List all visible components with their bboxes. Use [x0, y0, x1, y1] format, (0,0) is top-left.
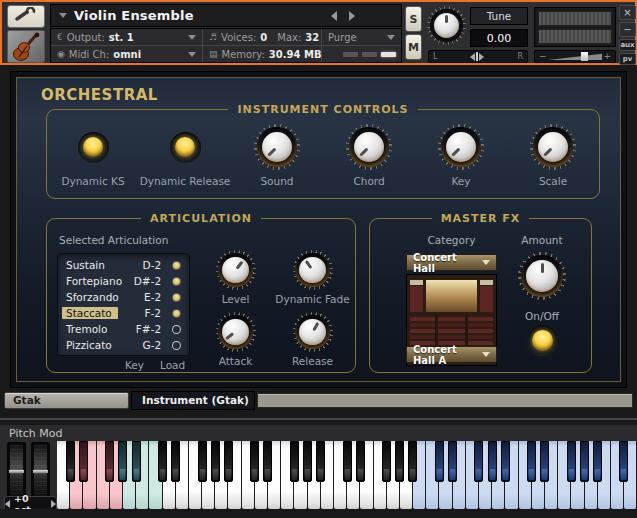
black-key[interactable] [567, 441, 576, 482]
articulation-load-led[interactable] [172, 341, 181, 350]
black-key[interactable] [303, 441, 312, 482]
black-key[interactable] [79, 441, 88, 482]
articulation-row[interactable]: PizzicatoG-2 [58, 337, 189, 353]
octave-down-icon[interactable] [5, 500, 10, 508]
dynamic-release-led[interactable] [170, 132, 201, 163]
articulation-row[interactable]: TremoloF#-2 [58, 321, 189, 337]
fx-category-dropdown[interactable]: Concert Hall [406, 254, 497, 271]
collapse-caret-icon[interactable] [59, 13, 67, 18]
articulation-row[interactable]: StaccatoF-2 [58, 305, 189, 321]
pitch-wheel[interactable] [7, 442, 26, 500]
black-key[interactable] [593, 441, 602, 482]
midi-channel-select[interactable]: ◉ Midi Ch: omni [51, 46, 202, 62]
release-knob[interactable] [293, 312, 333, 352]
black-key[interactable] [263, 441, 272, 482]
black-key[interactable] [448, 441, 457, 482]
control-label: Key [451, 175, 470, 187]
black-key[interactable] [171, 441, 180, 482]
articulation-name[interactable]: Sustain [66, 259, 129, 271]
tune-value-box[interactable]: 0.00 [470, 29, 528, 47]
black-key[interactable] [435, 441, 444, 482]
knob-pointer [451, 148, 460, 157]
aux-button[interactable]: aux [619, 39, 636, 51]
mute-button[interactable]: M [405, 34, 422, 60]
level-knob[interactable] [216, 250, 256, 290]
sound-knob[interactable] [254, 124, 300, 170]
dynamic-fade-knob[interactable] [293, 250, 333, 290]
articulation-name[interactable]: Pizzicato [66, 339, 129, 351]
articulation-name[interactable]: Staccato [62, 307, 118, 319]
black-key[interactable] [382, 441, 391, 482]
black-key[interactable] [224, 441, 233, 482]
articulation-load-led[interactable] [172, 261, 181, 270]
chord-knob[interactable] [346, 124, 392, 170]
black-key[interactable] [488, 441, 497, 482]
black-key[interactable] [474, 441, 483, 482]
fx-preset-dropdown[interactable]: Concert Hall A [406, 346, 497, 363]
instrument-thumbnail[interactable] [7, 30, 45, 63]
black-key[interactable] [540, 441, 549, 482]
black-key[interactable] [527, 441, 536, 482]
articulation-name[interactable]: Fortepiano [66, 275, 129, 287]
close-button[interactable]: × [619, 5, 636, 20]
dynamic-ks-led[interactable] [78, 132, 109, 163]
next-instrument-icon[interactable] [349, 11, 355, 21]
solo-button[interactable]: S [405, 6, 422, 32]
fx-onoff-led[interactable] [527, 325, 558, 356]
black-key-face [595, 469, 600, 480]
black-key[interactable] [408, 441, 417, 482]
black-key[interactable] [132, 441, 141, 482]
black-key[interactable] [105, 441, 114, 482]
control-chord: Chord [323, 121, 415, 187]
voices-readout: ♬ Voices: 0 Max: 32 [203, 29, 321, 45]
articulation-load-led[interactable] [172, 325, 181, 334]
pan-slider[interactable]: L R [428, 50, 528, 63]
purge-menu[interactable]: Purge [322, 29, 401, 45]
attack-knob[interactable] [216, 312, 256, 352]
black-key[interactable] [158, 441, 167, 482]
black-key[interactable] [395, 441, 404, 482]
octave-up-icon[interactable] [51, 500, 56, 508]
pv-label: pv [623, 55, 633, 63]
articulation-row[interactable]: FortepianoD#-2 [58, 273, 189, 289]
articulation-row[interactable]: SforzandoE-2 [58, 289, 189, 305]
black-key[interactable] [211, 441, 220, 482]
articulation-name[interactable]: Sforzando [66, 291, 129, 303]
scale-knob[interactable] [530, 124, 576, 170]
articulation-name[interactable]: Tremolo [66, 323, 129, 335]
black-key-face [305, 469, 310, 480]
key-knob[interactable] [438, 124, 484, 170]
edit-instrument-button[interactable] [7, 5, 45, 28]
amount-knob[interactable] [518, 252, 566, 300]
previous-instrument-icon[interactable] [331, 11, 337, 21]
output-select[interactable]: € Output: st. 1 [51, 29, 202, 45]
minimize-button[interactable]: − [619, 22, 636, 37]
mod-wheel[interactable] [31, 442, 50, 500]
black-key[interactable] [343, 441, 352, 482]
black-key[interactable] [66, 441, 75, 482]
tab-instrument[interactable]: Instrument (Gtak) [131, 391, 255, 410]
volume-slider[interactable]: − + [534, 50, 616, 63]
memory-readout: ▤ Memory: 30.94 MB [203, 46, 321, 62]
articulation-row[interactable]: SustainD-2 [58, 257, 189, 273]
articulation-load-led[interactable] [172, 293, 181, 302]
volume-handle[interactable] [581, 52, 588, 61]
black-key[interactable] [580, 441, 589, 482]
black-key[interactable] [619, 441, 628, 482]
control-widget [346, 121, 392, 173]
midi-label: Midi Ch: [69, 49, 109, 60]
articulation-load-led[interactable] [172, 277, 181, 286]
pv-button[interactable]: pv [619, 53, 636, 65]
black-key[interactable] [316, 441, 325, 482]
articulation-load-led[interactable] [172, 309, 181, 318]
black-key[interactable] [501, 441, 510, 482]
tune-knob[interactable] [427, 6, 466, 45]
black-key[interactable] [356, 441, 365, 482]
black-key[interactable] [250, 441, 259, 482]
tab-scrollbar-track[interactable] [257, 393, 633, 408]
black-key[interactable] [198, 441, 207, 482]
black-key[interactable] [290, 441, 299, 482]
tab-multi[interactable]: Gtak [4, 392, 129, 409]
instrument-titlebar[interactable]: Violin Ensemble [50, 4, 402, 27]
black-key[interactable] [118, 441, 127, 482]
